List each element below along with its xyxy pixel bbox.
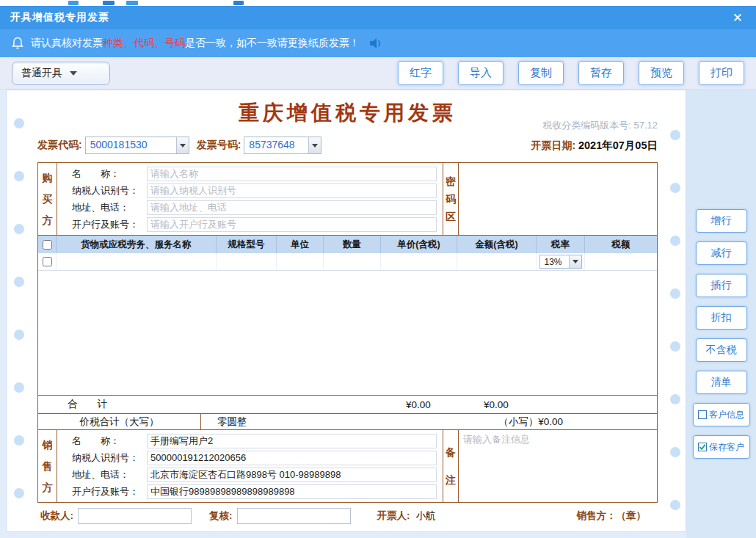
invoice-title: 重庆增值税专用发票: [239, 99, 457, 127]
speaker-icon[interactable]: [368, 37, 383, 49]
total-amount: ¥0.00: [457, 399, 536, 410]
save-customer-button[interactable]: 保存客户: [693, 435, 750, 459]
seller-name-row: 名 称：: [72, 432, 437, 449]
save-customer-label: 保存客户: [709, 441, 744, 454]
seller-stamp-label: 销售方：（章）: [577, 509, 647, 523]
buyer-bank-input[interactable]: [147, 217, 437, 232]
item-quantity-cell[interactable]: [323, 253, 380, 270]
summary-amount-words: 零圆整: [201, 415, 247, 429]
import-button[interactable]: 导入: [458, 61, 504, 85]
invoice-form: 重庆增值税专用发票 税收分类编码版本号: 57.12 发票代码: 5000181…: [7, 90, 686, 528]
remark-area: [459, 430, 657, 502]
buyer-address-input[interactable]: [147, 200, 437, 215]
header-checkbox-cell: [38, 236, 56, 253]
chevron-down-icon[interactable]: [569, 255, 581, 268]
payee-input[interactable]: [78, 508, 192, 524]
invoice-mode-value: 普通开具: [21, 67, 62, 80]
customer-info-button[interactable]: 客户信息: [693, 403, 750, 426]
notice-prefix: 请认真核对发票: [31, 37, 103, 48]
total-label: 合 计: [56, 398, 216, 411]
invoice-date-label: 开票日期:: [531, 139, 578, 151]
desktop-artifacts: [0, 0, 756, 6]
header-amount: 金额(含税): [457, 236, 536, 253]
seller-taxid-row: 纳税人识别号：: [72, 449, 437, 466]
select-all-checkbox[interactable]: [43, 240, 52, 250]
taskbar-artifact: [126, 1, 138, 5]
list-button[interactable]: 清单: [696, 371, 747, 394]
seller-bank-label: 开户行及账号：: [72, 485, 147, 498]
window-title: 开具增值税专用发票: [10, 11, 109, 24]
buyer-name-label: 名 称：: [72, 167, 147, 181]
toolbar-buttons: 红字 导入 复制 暂存 预览 打印: [398, 61, 744, 85]
header-spec: 规格型号: [216, 236, 276, 253]
invoice-code-select[interactable]: 5000181530: [85, 137, 189, 154]
drawer-value: 小航: [416, 509, 436, 523]
remark-label-text: 备注: [446, 438, 457, 494]
seller-address-input[interactable]: [147, 468, 437, 482]
item-name-cell[interactable]: [56, 253, 216, 270]
toolbar: 普通开具 红字 导入 复制 暂存 预览 打印: [0, 57, 756, 90]
buyer-bank-label: 开户行及账号：: [72, 218, 147, 231]
item-amount-cell[interactable]: [457, 253, 536, 270]
summary-label: 价税合计（大写）: [38, 414, 201, 429]
bell-icon: [12, 37, 23, 50]
row-checkbox[interactable]: [43, 257, 52, 266]
invoice-header: 重庆增值税专用发票 税收分类编码版本号: 57.12: [37, 99, 658, 134]
chevron-down-icon[interactable]: [308, 137, 321, 153]
item-unit-cell[interactable]: [276, 253, 323, 270]
item-tax-amount-cell[interactable]: [584, 253, 657, 270]
buyer-side-label: 购买方: [38, 163, 57, 235]
close-button[interactable]: ✕: [730, 10, 746, 26]
taskbar-artifact: [103, 1, 115, 5]
seller-taxid-input[interactable]: [147, 451, 437, 465]
checkbox-unchecked-icon: [698, 410, 707, 419]
temp-save-button[interactable]: 暂存: [578, 61, 624, 85]
chevron-down-icon: [70, 71, 77, 76]
password-zone-label-text: 密码区: [446, 172, 457, 225]
exclude-tax-button[interactable]: 不含税: [696, 338, 747, 362]
tax-rate-value: 13%: [540, 255, 569, 268]
add-row-button[interactable]: 增行: [696, 209, 747, 233]
tax-rate-select[interactable]: 13%: [539, 255, 582, 269]
item-tax-rate-cell: 13%: [536, 253, 584, 270]
invoice-code-row: 发票代码: 5000181530 发票号码: 85737648 开票日期: 20…: [37, 134, 658, 156]
customer-info-label: 客户信息: [709, 409, 744, 421]
taskbar-artifact: [68, 1, 79, 5]
row-checkbox-cell: [38, 253, 56, 270]
buyer-name-row: 名 称：: [72, 165, 437, 182]
invoice-number-select[interactable]: 85737648: [244, 137, 321, 154]
buyer-address-row: 地址、电话：: [72, 199, 437, 216]
buyer-bank-row: 开户行及账号：: [72, 216, 437, 233]
buyer-side-label-text: 购买方: [42, 167, 53, 231]
items-table: 货物或应税劳务、服务名称 规格型号 单位 数量 单价(含税) 金额(含税) 税率…: [37, 235, 658, 414]
password-zone-label: 密码区: [443, 163, 459, 235]
red-letter-button[interactable]: 红字: [398, 61, 443, 85]
items-table-header: 货物或应税劳务、服务名称 规格型号 单位 数量 单价(含税) 金额(含税) 税率…: [38, 236, 657, 253]
seller-box: 销售方 名 称： 纳税人识别号： 地址、电话：: [37, 429, 658, 503]
side-action-panel: 增行 减行 插行 折扣 不含税 清单 客户信息 保存客户: [686, 90, 756, 538]
header-quantity: 数量: [323, 236, 380, 253]
insert-row-button[interactable]: 插行: [696, 274, 747, 297]
reviewer-input[interactable]: [237, 508, 351, 524]
item-row: 13%: [38, 253, 657, 271]
chevron-down-icon[interactable]: [176, 137, 189, 153]
buyer-taxid-row: 纳税人识别号：: [72, 182, 437, 199]
invoice-number-value: 85737648: [244, 137, 308, 153]
seller-name-input[interactable]: [147, 434, 437, 448]
preview-button[interactable]: 预览: [639, 61, 684, 85]
print-button[interactable]: 打印: [699, 61, 744, 85]
invoice-mode-select[interactable]: 普通开具: [12, 62, 110, 85]
buyer-taxid-input[interactable]: [147, 183, 437, 198]
seller-bank-input[interactable]: [147, 484, 437, 499]
discount-button[interactable]: 折扣: [696, 306, 747, 330]
seller-address-label: 地址、电话：: [72, 468, 147, 481]
seller-bank-row: 开户行及账号：: [72, 483, 437, 500]
item-spec-cell[interactable]: [216, 253, 276, 270]
buyer-name-input[interactable]: [147, 167, 437, 181]
remark-textarea[interactable]: [463, 433, 653, 499]
delete-row-button[interactable]: 减行: [696, 241, 747, 265]
item-unit-price-cell[interactable]: [380, 253, 457, 270]
main-area: 重庆增值税专用发票 税收分类编码版本号: 57.12 发票代码: 5000181…: [0, 90, 756, 538]
invoice-area: 重庆增值税专用发票 税收分类编码版本号: 57.12 发票代码: 5000181…: [6, 90, 686, 532]
copy-button[interactable]: 复制: [518, 61, 564, 85]
